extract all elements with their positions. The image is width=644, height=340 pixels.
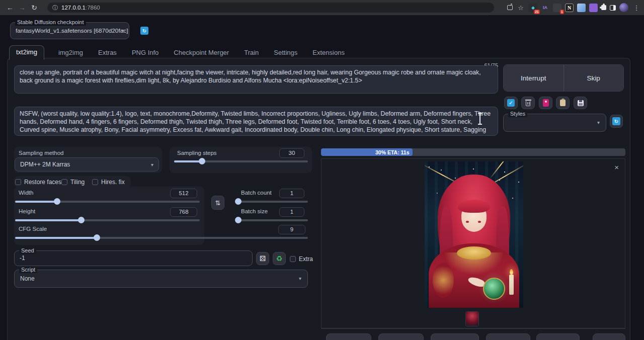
share-icon[interactable] xyxy=(507,5,513,10)
extension-badge: 21 xyxy=(534,10,540,14)
batch-count-input[interactable]: 1 xyxy=(279,189,304,198)
save-style-button[interactable] xyxy=(574,97,587,109)
card-icon xyxy=(543,99,549,107)
cfg-block: CFG Scale 9 xyxy=(14,224,312,245)
slider-handle[interactable] xyxy=(235,198,242,205)
width-input[interactable]: 512 xyxy=(170,189,197,198)
prompt-input[interactable]: close up angle, portrait of a beautiful … xyxy=(14,65,498,94)
slider-handle[interactable] xyxy=(94,234,100,241)
tab-extensions[interactable]: Extensions xyxy=(311,46,346,60)
batch-count-label: Batch count xyxy=(241,190,272,196)
seed-extra-option[interactable]: Extra xyxy=(290,256,313,263)
progress-bar: 30% ETA: 11s xyxy=(321,148,625,156)
paste-check-icon: ✓ xyxy=(507,99,515,107)
tab-settings[interactable]: Settings xyxy=(273,46,298,60)
sampling-method-value: DPM++ 2M Karras xyxy=(20,161,70,168)
clear-prompt-button[interactable] xyxy=(521,97,535,109)
sampling-steps-block: Sampling steps 30 xyxy=(170,147,312,173)
width-slider[interactable] xyxy=(15,201,200,203)
skip-button[interactable]: Skip xyxy=(564,65,624,91)
restore-faces-option[interactable]: Restore faces xyxy=(15,179,61,186)
cfg-scale-input[interactable]: 9 xyxy=(278,225,305,234)
slider-handle[interactable] xyxy=(54,198,60,205)
bottom-action-button[interactable] xyxy=(593,333,625,340)
tab-png-info[interactable]: PNG Info xyxy=(131,46,159,60)
site-info-icon[interactable]: ⓘ xyxy=(52,4,58,12)
paste-generation-params-button[interactable]: ✓ xyxy=(504,97,518,109)
dice-icon: ⚄ xyxy=(260,254,266,263)
slider-handle[interactable] xyxy=(235,217,242,223)
extension-ia-icon[interactable]: IA xyxy=(541,4,549,12)
random-seed-button[interactable]: ⚄ xyxy=(256,252,269,265)
clipboard-icon xyxy=(560,100,566,106)
checkpoint-refresh-button[interactable]: ↻ xyxy=(140,27,148,35)
tiling-checkbox[interactable] xyxy=(61,179,67,185)
tab-train[interactable]: Train xyxy=(243,46,260,60)
forward-icon[interactable]: → xyxy=(16,4,28,12)
slider-handle[interactable] xyxy=(78,217,85,223)
close-icon[interactable]: × xyxy=(614,163,619,172)
tab-checkpoint-merger[interactable]: Checkpoint Merger xyxy=(173,46,230,60)
sampling-method-dropdown[interactable]: DPM++ 2M Karras ▾ xyxy=(15,157,159,172)
checkpoint-value: fantasyWorld_v1.safetensors [6870d20fac] xyxy=(16,27,128,34)
output-gallery: × xyxy=(321,158,625,328)
hires-fix-option[interactable]: Hires. fix xyxy=(92,179,125,186)
height-slider[interactable] xyxy=(15,219,200,221)
swap-dimensions-button[interactable]: ⇅ xyxy=(211,196,224,210)
back-icon[interactable]: ← xyxy=(4,4,16,12)
reload-icon[interactable]: ↻ xyxy=(28,4,40,12)
address-bar[interactable]: ⓘ 127.0.0.1:7860 xyxy=(47,3,494,13)
bottom-action-button[interactable] xyxy=(431,333,479,340)
bottom-action-button[interactable] xyxy=(536,333,580,340)
tab-txt2img[interactable]: txt2img xyxy=(9,45,44,60)
apply-styles-button[interactable] xyxy=(556,97,570,109)
generated-image[interactable] xyxy=(425,161,523,308)
hires-fix-checkbox[interactable] xyxy=(92,179,98,185)
seed-extra-checkbox[interactable] xyxy=(290,256,296,262)
sampling-steps-label: Sampling steps xyxy=(177,150,217,156)
extension-pin-icon[interactable]: ◆21 xyxy=(529,4,537,12)
styles-dropdown[interactable]: Styles ▾ xyxy=(503,114,606,132)
batch-size-input[interactable]: 1 xyxy=(279,207,304,217)
height-input[interactable]: 768 xyxy=(170,207,197,217)
batch-count-slider[interactable] xyxy=(235,201,308,203)
browser-toolbar: ← → ↻ ⓘ 127.0.0.1:7860 ☆ ◆21 IA 1 N ⋮ xyxy=(0,0,644,15)
profile-avatar[interactable] xyxy=(619,3,628,12)
slider-handle[interactable] xyxy=(199,158,205,164)
sampling-method-label: Sampling method xyxy=(19,150,64,156)
cfg-scale-slider[interactable] xyxy=(15,237,308,239)
sampling-steps-slider[interactable] xyxy=(174,160,308,162)
reuse-seed-button[interactable]: ♻ xyxy=(273,252,286,265)
browser-menu-icon[interactable]: ⋮ xyxy=(632,4,641,12)
restore-faces-checkbox[interactable] xyxy=(15,179,21,185)
seed-value: -1 xyxy=(20,254,25,262)
negative-prompt-input[interactable]: NSFW, (worst quality, low quality:1.4), … xyxy=(14,107,498,136)
extension-blue-icon[interactable] xyxy=(577,4,586,12)
sampling-steps-input[interactable]: 30 xyxy=(279,148,304,158)
tiling-option[interactable]: Tiling xyxy=(61,179,85,186)
script-value: None xyxy=(20,275,35,282)
tab-img2img[interactable]: img2img xyxy=(57,46,84,60)
trash-icon xyxy=(526,101,530,106)
gallery-thumbnail[interactable] xyxy=(466,312,478,326)
bottom-action-button[interactable] xyxy=(326,333,371,340)
sidebar-toggle-icon[interactable] xyxy=(610,5,616,11)
bottom-action-button[interactable] xyxy=(486,333,530,340)
interrupt-button[interactable]: Interrupt xyxy=(504,65,564,91)
extensions-puzzle-icon[interactable] xyxy=(601,5,606,10)
bookmark-star-icon[interactable]: ☆ xyxy=(516,4,525,12)
styles-refresh-button[interactable]: ↻ xyxy=(610,115,623,128)
extension-mail-icon[interactable]: 1 xyxy=(553,4,561,12)
extension-purple-icon[interactable] xyxy=(589,4,598,12)
batch-size-slider[interactable] xyxy=(235,219,308,221)
extension-notion-icon[interactable]: N xyxy=(565,4,574,12)
bottom-action-button[interactable] xyxy=(378,333,424,340)
seed-label: Seed xyxy=(19,247,36,254)
checkpoint-dropdown[interactable]: Stable Diffusion checkpoint fantasyWorld… xyxy=(10,22,129,39)
seed-field[interactable]: Seed -1 xyxy=(14,250,253,266)
tab-extras[interactable]: Extras xyxy=(97,46,118,60)
script-dropdown[interactable]: Script None ▾ xyxy=(14,270,308,288)
extension-badge: 1 xyxy=(560,10,564,14)
extra-networks-button[interactable] xyxy=(539,97,552,109)
restore-faces-label: Restore faces xyxy=(24,179,61,186)
